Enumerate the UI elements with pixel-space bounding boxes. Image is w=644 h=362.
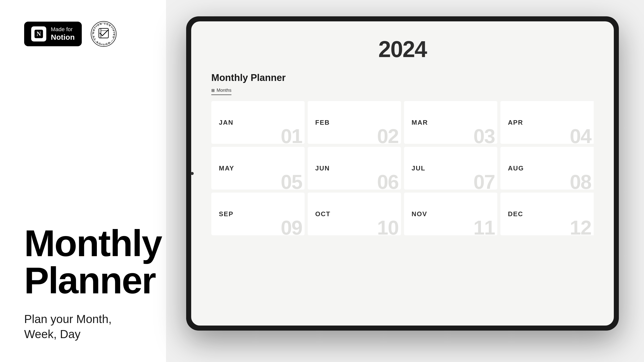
made-for-notion-badge: N Made for Notion: [24, 22, 82, 46]
tablet-screen: 2024 Monthly Planner ⊞ Months JAN 01 FEB…: [191, 21, 614, 326]
month-number: 06: [377, 172, 398, 190]
svg-text:N: N: [36, 30, 41, 37]
month-number: 02: [377, 126, 398, 144]
right-panel: 2024 Monthly Planner ⊞ Months JAN 01 FEB…: [166, 0, 644, 362]
month-number: 09: [281, 218, 302, 235]
left-panel: N Made for Notion: [0, 0, 166, 362]
month-cell[interactable]: JUL 07: [404, 147, 497, 190]
month-name: APR: [508, 119, 523, 126]
month-cell[interactable]: APR 04: [500, 101, 594, 144]
month-name: MAY: [219, 164, 234, 172]
subtitle-text: Plan your Month,Week, Day: [24, 312, 146, 342]
month-cell[interactable]: NOV 11: [404, 193, 497, 235]
planner-section: Monthly Planner ⊞ Months JAN 01 FEB 02 M…: [211, 72, 594, 315]
title-line1: Monthly: [24, 225, 146, 262]
months-grid: JAN 01 FEB 02 MAR 03 APR 04 MAY 05 JUN 0…: [211, 101, 594, 235]
month-number: 12: [570, 218, 591, 235]
tablet-device: 2024 Monthly Planner ⊞ Months JAN 01 FEB…: [186, 16, 619, 331]
month-cell[interactable]: FEB 02: [308, 101, 401, 144]
month-cell[interactable]: AUG 08: [500, 147, 594, 190]
badge-made-for: Made for: [51, 26, 75, 33]
month-cell[interactable]: MAY 05: [211, 147, 305, 190]
badge-text: Made for Notion: [51, 26, 75, 42]
month-name: DEC: [508, 210, 523, 218]
month-name: AUG: [508, 164, 524, 172]
month-name: JUN: [315, 164, 330, 172]
main-title: Monthly Planner: [24, 225, 146, 299]
notion-icon-box: N: [31, 26, 46, 41]
year-title: 2024: [211, 36, 594, 62]
year-header: 2024: [211, 36, 594, 62]
month-name: JUL: [412, 164, 425, 172]
month-cell[interactable]: JUN 06: [308, 147, 401, 190]
month-name: SEP: [219, 210, 233, 218]
month-name: JAN: [219, 119, 233, 126]
month-cell[interactable]: DEC 12: [500, 193, 594, 235]
month-number: 11: [473, 218, 495, 235]
month-cell[interactable]: OCT 10: [308, 193, 401, 235]
month-cell[interactable]: MAR 03: [404, 101, 497, 144]
month-name: MAR: [412, 119, 428, 126]
month-number: 05: [281, 172, 302, 190]
month-number: 04: [570, 126, 591, 144]
certified-badge: NOTION CERTIFIED · NOTION CERTIFIED ·: [90, 20, 117, 48]
month-number: 10: [377, 218, 398, 235]
month-number: 01: [281, 126, 302, 144]
month-number: 07: [473, 172, 495, 190]
notion-content: 2024 Monthly Planner ⊞ Months JAN 01 FEB…: [191, 21, 614, 326]
month-number: 03: [473, 126, 495, 144]
subtitle: Plan your Month,Week, Day: [24, 312, 146, 342]
month-name: OCT: [315, 210, 331, 218]
badges-row: N Made for Notion: [24, 20, 146, 48]
months-tab[interactable]: ⊞ Months: [211, 88, 231, 95]
month-cell[interactable]: JAN 01: [211, 101, 305, 144]
month-name: FEB: [315, 119, 330, 126]
month-cell[interactable]: SEP 09: [211, 193, 305, 235]
month-number: 08: [570, 172, 591, 190]
months-tab-label: Months: [217, 88, 231, 93]
planner-title: Monthly Planner: [211, 72, 594, 83]
month-name: NOV: [412, 210, 427, 218]
months-tab-icon: ⊞: [211, 88, 215, 93]
title-line2: Planner: [24, 262, 146, 299]
certified-circle-svg: NOTION CERTIFIED · NOTION CERTIFIED ·: [90, 20, 117, 48]
badge-notion: Notion: [51, 33, 75, 42]
notion-icon: N: [33, 29, 44, 39]
